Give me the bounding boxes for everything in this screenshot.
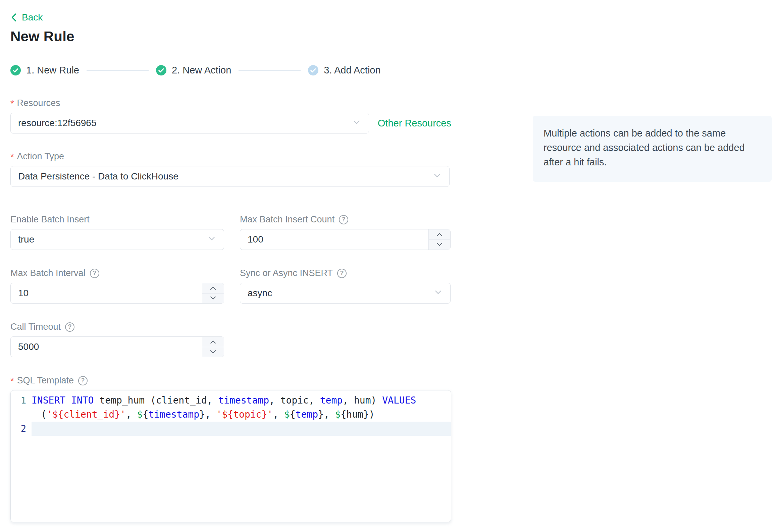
code-line: INSERT INTO temp_hum (client_id, timesta… — [32, 393, 451, 408]
increment-button[interactable] — [202, 283, 224, 294]
line-number: 1 — [11, 393, 26, 408]
enable-batch-insert-select[interactable]: true — [10, 229, 224, 250]
check-circle-icon — [156, 65, 166, 75]
step-new-rule: 1. New Rule — [10, 65, 79, 76]
back-button[interactable]: Back — [10, 12, 43, 23]
enable-batch-insert-value: true — [18, 234, 34, 245]
help-icon[interactable]: ? — [65, 322, 74, 332]
sync-async-insert-label: Sync or Async INSERT ? — [240, 268, 451, 278]
required-asterisk: * — [10, 152, 14, 162]
stepper: 1. New Rule 2. New Action 3. Add Action — [10, 65, 775, 76]
step-label: 3. Add Action — [324, 65, 380, 76]
code-line — [32, 422, 451, 436]
resources-select-value: resource:12f56965 — [18, 118, 97, 128]
action-type-select-value: Data Persistence - Data to ClickHouse — [18, 171, 178, 182]
sync-async-insert-select[interactable]: async — [240, 283, 451, 304]
page-title: New Rule — [10, 29, 775, 45]
sql-code-editor[interactable]: 1INSERT INTO temp_hum (client_id, timest… — [10, 390, 451, 522]
check-circle-pending-icon — [308, 65, 318, 75]
form-item-sql-template: * SQL Template ? 1INSERT INTO temp_hum (… — [10, 375, 451, 522]
line-number: 2 — [11, 422, 26, 436]
step-label: 2. New Action — [172, 65, 231, 76]
step-new-action: 2. New Action — [156, 65, 231, 76]
code-line: ('${client_id}', ${timestamp}, '${topic}… — [32, 408, 451, 422]
max-batch-interval-input: 10 — [10, 283, 224, 304]
chevron-down-icon — [432, 171, 442, 182]
decrement-button[interactable] — [202, 294, 224, 304]
chevron-down-icon — [207, 234, 216, 246]
form-item-enable-batch-insert: Enable Batch Insert true — [10, 214, 224, 250]
call-timeout-value[interactable]: 5000 — [11, 341, 202, 352]
chevron-down-icon — [433, 287, 443, 299]
form-item-resources: * Resources resource:12f56965 Other Reso… — [10, 98, 451, 134]
chevron-left-icon — [10, 13, 18, 22]
step-connector — [87, 70, 149, 71]
action-type-select[interactable]: Data Persistence - Data to ClickHouse — [10, 166, 450, 187]
help-icon[interactable]: ? — [337, 269, 347, 278]
step-add-action: 3. Add Action — [308, 65, 380, 76]
max-batch-interval-label: Max Batch Interval ? — [10, 268, 224, 278]
form-item-action-type: * Action Type Data Persistence - Data to… — [10, 151, 451, 187]
check-circle-icon — [10, 65, 21, 75]
action-type-label: * Action Type — [10, 151, 451, 162]
call-timeout-label: Call Timeout ? — [10, 322, 451, 332]
call-timeout-input: 5000 — [10, 336, 224, 357]
form-item-max-batch-interval: Max Batch Interval ? 10 — [10, 268, 224, 304]
help-icon[interactable]: ? — [90, 269, 99, 278]
number-stepper — [202, 283, 224, 303]
resources-label: * Resources — [10, 98, 451, 108]
increment-button[interactable] — [429, 229, 450, 240]
resources-select[interactable]: resource:12f56965 — [10, 113, 369, 134]
help-icon[interactable]: ? — [339, 215, 348, 224]
sql-template-label: * SQL Template ? — [10, 375, 451, 386]
max-batch-insert-count-label: Max Batch Insert Count ? — [240, 214, 451, 225]
chevron-down-icon — [352, 117, 361, 129]
rule-form: * Resources resource:12f56965 Other Reso… — [10, 98, 451, 522]
max-batch-insert-count-input: 100 — [240, 229, 451, 250]
sync-async-insert-value: async — [248, 288, 272, 299]
decrement-button[interactable] — [202, 347, 224, 357]
decrement-button[interactable] — [429, 240, 450, 250]
other-resources-link[interactable]: Other Resources — [378, 118, 451, 129]
number-stepper — [202, 337, 224, 357]
form-item-call-timeout: Call Timeout ? 5000 — [10, 322, 451, 357]
number-stepper — [428, 229, 450, 250]
enable-batch-insert-label: Enable Batch Insert — [10, 214, 224, 225]
step-label: 1. New Rule — [26, 65, 79, 76]
help-icon[interactable]: ? — [78, 376, 88, 385]
increment-button[interactable] — [202, 337, 224, 347]
form-item-sync-async-insert: Sync or Async INSERT ? async — [240, 268, 451, 304]
max-batch-interval-value[interactable]: 10 — [11, 288, 202, 299]
back-label: Back — [22, 12, 43, 23]
max-batch-insert-count-value[interactable]: 100 — [240, 234, 428, 245]
code-lines: 1INSERT INTO temp_hum (client_id, timest… — [11, 393, 451, 436]
required-asterisk: * — [10, 376, 14, 386]
required-asterisk: * — [10, 99, 14, 109]
new-rule-page: Back New Rule 1. New Rule 2. New Action … — [0, 0, 775, 532]
form-item-max-batch-insert-count: Max Batch Insert Count ? 100 — [240, 214, 451, 250]
resource-info-tip: Multiple actions can be added to the sam… — [533, 116, 772, 182]
step-connector — [239, 70, 301, 71]
